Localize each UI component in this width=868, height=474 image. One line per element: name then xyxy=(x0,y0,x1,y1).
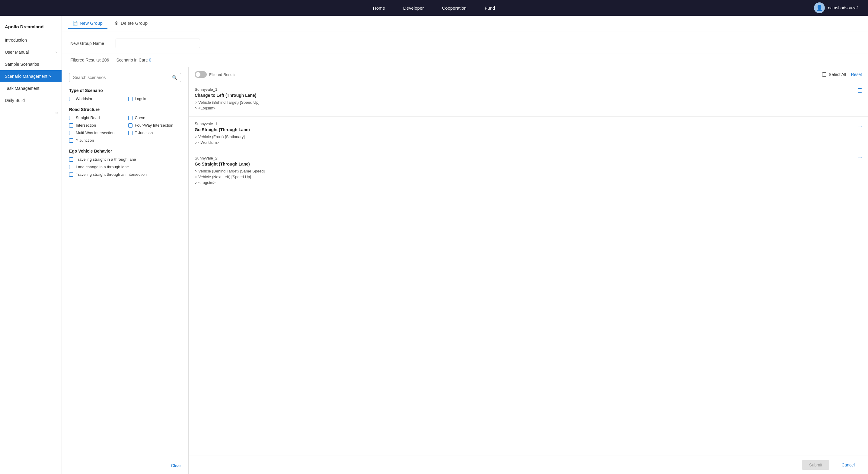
app-body: Apollo Dreamland Introduction User Manua… xyxy=(0,16,868,474)
bullet-icon xyxy=(195,142,196,143)
filtered-results-label: Filtered Results: 206 xyxy=(70,58,109,62)
sidebar-item-scenario-management[interactable]: Scenario Management > xyxy=(0,70,62,82)
ego-vehicle-grid: Traveling straight in a through lane Lan… xyxy=(69,157,181,177)
results-list: Sunnyvale_1: Change to Left (Through Lan… xyxy=(189,82,868,455)
checkbox-worldsim[interactable]: Worldsim xyxy=(69,97,122,101)
results-panel: Filtered Results Select All Reset xyxy=(189,67,868,474)
result-title: Go Straight (Through Lane) xyxy=(195,127,250,132)
filtered-toggle[interactable]: Filtered Results xyxy=(195,71,236,78)
result-location: Sunnyvale_1: xyxy=(195,122,250,126)
result-content: Sunnyvale_1: Go Straight (Through Lane) … xyxy=(195,122,250,146)
select-all-control[interactable]: Select All xyxy=(822,72,846,77)
checkbox-straight-road[interactable]: Straight Road xyxy=(69,115,122,120)
checkbox-traveling-straight[interactable]: Traveling straight in a through lane xyxy=(69,157,181,162)
checkbox-multi-way-intersection[interactable]: Multi-Way Intersection xyxy=(69,131,122,135)
checkbox-curve[interactable]: Curve xyxy=(128,115,181,120)
filtered-toggle-label: Filtered Results xyxy=(209,72,236,77)
sidebar-item-introduction[interactable]: Introduction xyxy=(0,34,62,46)
results-header: Filtered Results Select All Reset xyxy=(189,67,868,82)
sidebar-collapse-button[interactable]: « xyxy=(0,106,62,119)
checkbox-logsim[interactable]: Logsim xyxy=(128,97,181,101)
result-detail: Vehicle (Behind Target) [Same Speed] xyxy=(195,169,265,173)
bullet-icon xyxy=(195,107,196,109)
lane-change-checkbox[interactable] xyxy=(69,165,73,169)
nav-developer[interactable]: Developer xyxy=(403,5,424,10)
sidebar-title: Apollo Dreamland xyxy=(0,21,62,34)
form-row: New Group Name xyxy=(70,39,860,48)
sidebar-item-daily-build[interactable]: Daily Build xyxy=(0,94,62,106)
checkbox-t-junction[interactable]: T Junction xyxy=(128,131,181,135)
checkbox-lane-change[interactable]: Lane change in a through lane xyxy=(69,165,181,169)
group-name-label: New Group Name xyxy=(70,41,110,46)
result-item-checkbox[interactable] xyxy=(858,157,862,161)
multi-way-checkbox[interactable] xyxy=(69,131,73,135)
four-way-checkbox[interactable] xyxy=(128,123,132,128)
result-location: Sunnyvale_1: xyxy=(195,87,259,92)
content-split: 🔍 Type of Scenario Worldsim Logsim xyxy=(62,67,868,474)
result-item-checkbox[interactable] xyxy=(858,88,862,93)
result-content: Sunnyvale_1: Change to Left (Through Lan… xyxy=(195,87,259,111)
username: natashadsouza1 xyxy=(828,5,859,10)
logsim-checkbox[interactable] xyxy=(128,97,132,101)
result-item: Sunnyvale_1: Change to Left (Through Lan… xyxy=(189,82,868,117)
top-navigation: Home Developer Cooperation Fund 👤 natash… xyxy=(0,0,868,16)
select-all-label: Select All xyxy=(829,72,846,77)
bullet-icon xyxy=(195,176,196,178)
delete-group-icon: 🗑 xyxy=(115,21,119,26)
filter-road-title: Road Structure xyxy=(69,107,181,112)
result-title: Go Straight (Through Lane) xyxy=(195,162,265,166)
intersection-checkbox[interactable] xyxy=(69,123,73,128)
group-name-input[interactable] xyxy=(116,39,200,48)
new-group-icon: 📄 xyxy=(73,21,78,26)
clear-button[interactable]: Clear xyxy=(171,463,181,468)
traveling-straight-checkbox[interactable] xyxy=(69,158,73,162)
checkbox-four-way-intersection[interactable]: Four-Way Intersection xyxy=(128,123,181,128)
checkbox-traveling-through-intersection[interactable]: Traveling straight through an intersecti… xyxy=(69,172,181,177)
submit-button[interactable]: Submit xyxy=(802,460,830,470)
filter-section-road-structure: Road Structure Straight Road Curve In xyxy=(69,107,181,143)
t-junction-checkbox[interactable] xyxy=(128,131,132,135)
search-input[interactable] xyxy=(73,75,169,80)
results-actions: Select All Reset xyxy=(822,72,862,77)
filter-panel: 🔍 Type of Scenario Worldsim Logsim xyxy=(62,67,189,474)
select-all-checkbox[interactable] xyxy=(822,72,826,77)
reset-button[interactable]: Reset xyxy=(851,72,862,77)
nav-home[interactable]: Home xyxy=(373,5,385,10)
worldsim-checkbox[interactable] xyxy=(69,97,73,101)
type-of-scenario-grid: Worldsim Logsim xyxy=(69,97,181,101)
sidebar-item-task-management[interactable]: Task Management xyxy=(0,82,62,94)
bullet-icon xyxy=(195,170,196,172)
search-box[interactable]: 🔍 xyxy=(69,73,181,82)
nav-fund[interactable]: Fund xyxy=(485,5,495,10)
y-junction-checkbox[interactable] xyxy=(69,138,73,143)
sidebar-item-user-manual[interactable]: User Manual › xyxy=(0,46,62,58)
result-detail: <Logsim> xyxy=(195,106,259,110)
result-detail: Vehicle (Front) [Stationary] xyxy=(195,134,250,139)
bullet-icon xyxy=(195,182,196,183)
result-content: Sunnyvale_2: Go Straight (Through Lane) … xyxy=(195,156,265,186)
checkbox-y-junction[interactable]: Y Junction xyxy=(69,138,181,143)
form-area: New Group Name xyxy=(62,31,868,54)
filtered-results-toggle[interactable] xyxy=(195,71,207,78)
tabs-bar: 📄 New Group 🗑 Delete Group xyxy=(62,16,868,31)
result-detail: Vehicle (Next Left) [Speed Up] xyxy=(195,175,265,179)
curve-checkbox[interactable] xyxy=(128,116,132,120)
result-item-checkbox[interactable] xyxy=(858,123,862,127)
road-structure-grid: Straight Road Curve Intersection Fo xyxy=(69,115,181,143)
result-item: Sunnyvale_2: Go Straight (Through Lane) … xyxy=(189,151,868,191)
tab-delete-group[interactable]: 🗑 Delete Group xyxy=(110,18,152,29)
traveling-intersection-checkbox[interactable] xyxy=(69,172,73,177)
main-content: 📄 New Group 🗑 Delete Group New Group Nam… xyxy=(62,16,868,474)
bottom-action-bar: Submit Cancel xyxy=(189,455,868,474)
checkbox-intersection[interactable]: Intersection xyxy=(69,123,122,128)
tab-new-group[interactable]: 📄 New Group xyxy=(68,18,107,29)
scenario-in-cart-label: Scenario in Cart: 0 xyxy=(116,58,151,62)
nav-cooperation[interactable]: Cooperation xyxy=(442,5,467,10)
sidebar-item-sample-scenarios[interactable]: Sample Scenarios xyxy=(0,58,62,70)
filter-section-type-of-scenario: Type of Scenario Worldsim Logsim xyxy=(69,88,181,101)
search-icon: 🔍 xyxy=(172,75,177,80)
sidebar: Apollo Dreamland Introduction User Manua… xyxy=(0,16,62,474)
cancel-button[interactable]: Cancel xyxy=(834,460,862,470)
straight-road-checkbox[interactable] xyxy=(69,116,73,120)
result-detail: Vehicle (Behind Target) [Speed Up] xyxy=(195,100,259,105)
